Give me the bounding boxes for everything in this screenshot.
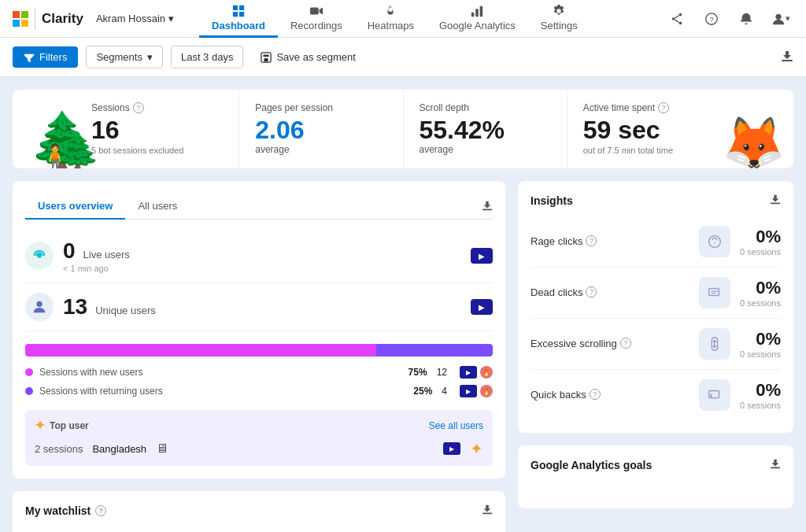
svg-rect-4: [310, 7, 319, 14]
sessions-value: 16: [91, 116, 223, 144]
nav-dashboard-label: Dashboard: [212, 20, 265, 31]
excessive-scrolling-help[interactable]: ?: [620, 338, 631, 349]
header: Clarity Akram Hossain ▾ Dashboard Record…: [0, 0, 806, 38]
filters-button[interactable]: Filters: [13, 46, 78, 68]
excessive-scrolling-stats: 0% 0 sessions: [740, 329, 781, 359]
unique-users-video[interactable]: ▶: [471, 299, 493, 315]
segments-button[interactable]: Segments ▾: [86, 46, 163, 68]
excessive-scrolling-icon: [699, 328, 730, 360]
scroll-label: Scroll depth: [420, 102, 551, 113]
nav-settings-label: Settings: [541, 20, 578, 31]
scroll-value: 55.42%: [420, 116, 551, 144]
svg-rect-5: [471, 12, 475, 16]
right-column: Insights Rage clicks ?: [518, 181, 793, 532]
signal-icon: [31, 247, 48, 264]
sessions-progress: Sessions with new users 75% 12 ▶ 🔥 Sessi…: [25, 344, 493, 397]
nav-settings[interactable]: Settings: [528, 0, 590, 38]
excessive-scrolling-label: Excessive scrolling ?: [531, 338, 690, 349]
dead-clicks-label-col: Dead clicks ?: [531, 286, 690, 300]
insights-title: Insights: [531, 194, 573, 207]
svg-point-15: [775, 13, 781, 19]
svg-rect-7: [480, 6, 483, 17]
header-actions: ? ▾: [664, 6, 793, 31]
sessions-help[interactable]: ?: [133, 102, 144, 113]
nav-heatmaps[interactable]: Heatmaps: [355, 0, 427, 38]
active-time-label: Active time spent ?: [583, 102, 715, 113]
main-content: 🌲 🌲 🧍 Sessions ? 16 5 bot sessions exclu…: [0, 77, 806, 532]
save-segment-button[interactable]: Save as segment: [251, 46, 364, 68]
see-all-users-link[interactable]: See all users: [429, 420, 483, 431]
person-icon: [31, 298, 48, 316]
new-sessions-label: Sessions with new users: [39, 367, 142, 378]
share-icon[interactable]: [664, 6, 690, 31]
sessions-sub: 5 bot sessions excluded: [91, 146, 223, 155]
download-button[interactable]: [781, 50, 793, 65]
legend-new-sessions: Sessions with new users 75% 12 ▶ 🔥: [25, 366, 493, 379]
svg-line-11: [675, 15, 678, 18]
quick-backs-icon: [699, 379, 730, 411]
users-download-button[interactable]: [482, 200, 493, 213]
rage-clicks-help[interactable]: ?: [586, 235, 597, 246]
help-icon[interactable]: ?: [699, 6, 724, 31]
sessions-label: Sessions ?: [91, 102, 223, 113]
insight-dead-clicks: Dead clicks ? 0% 0 sessions: [531, 268, 781, 319]
returning-sessions-icons: ▶ 🔥: [460, 385, 493, 397]
segments-chevron: ▾: [147, 51, 153, 63]
nav-recordings-label: Recordings: [290, 20, 342, 31]
nav-recordings[interactable]: Recordings: [278, 0, 355, 38]
rage-clicks-sessions: 0 sessions: [740, 247, 781, 257]
chart-icon: [470, 4, 484, 18]
active-time-help[interactable]: ?: [658, 102, 669, 113]
download-icon: [781, 50, 793, 62]
new-sessions-video[interactable]: ▶: [460, 366, 477, 379]
quick-backs-sessions: 0 sessions: [740, 401, 781, 410]
account-icon[interactable]: ▾: [768, 6, 793, 31]
users-download-icon: [482, 200, 493, 211]
dead-clicks-help[interactable]: ?: [586, 286, 597, 297]
user-menu[interactable]: Akram Hossain ▾: [96, 13, 174, 24]
nav-google-analytics[interactable]: Google Analytics: [427, 0, 528, 38]
top-user-section: ✦ Top user See all users 2 sessions Bang…: [25, 410, 493, 466]
legend-returning-sessions: Sessions with returning users 25% 4 ▶ 🔥: [25, 385, 493, 397]
top-user-video[interactable]: ▶: [443, 442, 460, 455]
returning-sessions-video[interactable]: ▶: [460, 385, 477, 397]
insights-download-icon: [770, 194, 781, 205]
progress-new-bar: [25, 344, 376, 357]
scroll-avg: average: [420, 144, 551, 155]
top-user-header: ✦ Top user See all users: [35, 418, 483, 433]
live-users-label: Live users: [83, 249, 130, 260]
ga-goals-download[interactable]: [770, 458, 781, 471]
watchlist-download-icon: [482, 504, 493, 515]
svg-point-20: [38, 254, 41, 257]
save-label: Save as segment: [276, 51, 355, 63]
new-sessions-heatmap[interactable]: 🔥: [480, 366, 493, 379]
returning-sessions-heatmap[interactable]: 🔥: [480, 385, 493, 397]
progress-bar: [25, 344, 493, 357]
tab-all-users[interactable]: All users: [125, 194, 190, 220]
nav-heatmaps-label: Heatmaps: [368, 20, 414, 31]
date-range-button[interactable]: Last 3 days: [171, 46, 244, 68]
insights-download[interactable]: [770, 194, 781, 207]
unique-users-icon: [25, 293, 54, 321]
stat-scroll-depth: Scroll depth 55.42% average: [404, 90, 568, 168]
tab-users-overview[interactable]: Users overview: [25, 194, 125, 220]
svg-rect-1: [239, 5, 244, 9]
main-nav: Dashboard Recordings Heatmaps Google Ana…: [199, 0, 652, 38]
notifications-icon[interactable]: [734, 6, 759, 31]
new-sessions-icons: ▶ 🔥: [460, 366, 493, 379]
dead-clicks-sessions: 0 sessions: [740, 298, 781, 308]
excessive-scrolling-label-col: Excessive scrolling ?: [531, 338, 690, 351]
ga-goals-header: Google Analytics goals: [531, 458, 781, 471]
live-users-icon: [25, 242, 54, 270]
quick-backs-help[interactable]: ?: [590, 389, 601, 400]
watchlist-download[interactable]: [482, 504, 493, 517]
fox-decoration: 🦊: [722, 117, 786, 168]
nav-dashboard[interactable]: Dashboard: [199, 0, 278, 38]
star-icon-left: ✦: [35, 418, 45, 433]
watchlist-help[interactable]: ?: [95, 505, 106, 516]
dead-clicks-label: Dead clicks ?: [531, 286, 690, 298]
toolbar: Filters Segments ▾ Last 3 days Save as s…: [0, 38, 806, 77]
user-name: Akram Hossain: [96, 13, 165, 24]
live-users-video[interactable]: ▶: [471, 248, 493, 264]
unique-users-row: 13 Unique users ▶: [25, 283, 493, 331]
